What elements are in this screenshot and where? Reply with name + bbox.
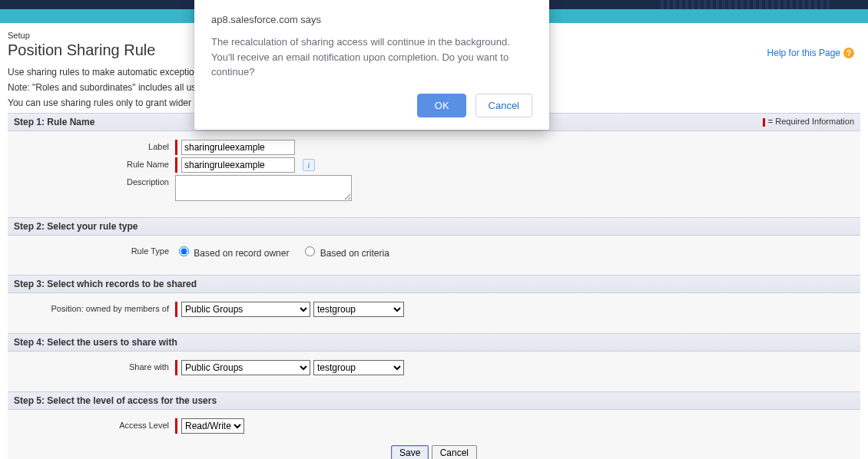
required-bar-icon [763, 118, 765, 127]
help-for-page-link[interactable]: Help for this Page ? [767, 48, 854, 58]
owned-by-group-select[interactable]: testgroup [313, 302, 404, 317]
step4-header: Step 4: Select the users to share with [8, 333, 860, 352]
rulename-field-label: Rule Name [14, 157, 175, 169]
required-bar-icon [175, 302, 177, 317]
owned-by-type-select[interactable]: Public Groups [181, 302, 310, 317]
required-bar-icon [175, 140, 177, 155]
help-icon: ? [843, 48, 854, 58]
dialog-message: The recalculation of sharing access will… [211, 35, 532, 80]
required-bar-icon [175, 360, 177, 375]
share-with-label: Share with [14, 360, 175, 371]
required-bar-icon [175, 418, 177, 434]
label-field-label: Label [14, 140, 175, 151]
step4-title: Step 4: Select the users to share with [14, 337, 177, 348]
step5-header: Step 5: Select the level of access for t… [8, 391, 860, 410]
dialog-origin: ap8.salesforce.com says [211, 14, 532, 25]
dialog-ok-button[interactable]: OK [417, 94, 466, 117]
step3-title: Step 3: Select which records to be share… [14, 279, 197, 289]
save-button[interactable]: Save [391, 445, 429, 459]
required-bar-icon [175, 157, 177, 173]
description-field-label: Description [14, 175, 175, 187]
rulename-input[interactable] [181, 157, 295, 173]
owned-by-label: Position: owned by members of [14, 302, 175, 313]
dialog-cancel-button[interactable]: Cancel [475, 94, 532, 117]
description-textarea[interactable] [175, 175, 352, 201]
step1-body: Label Rule Name i Description [8, 131, 860, 217]
step1-title: Step 1: Rule Name [14, 117, 94, 127]
required-legend: = Required Information [763, 117, 854, 127]
step3-body: Position: owned by members of Public Gro… [8, 293, 860, 333]
access-level-label: Access Level [14, 418, 175, 430]
step2-header: Step 2: Select your rule type [8, 217, 860, 236]
label-input[interactable] [181, 140, 295, 155]
cancel-button[interactable]: Cancel [432, 445, 477, 459]
help-link-label: Help for this Page [767, 48, 840, 58]
step3-header: Step 3: Select which records to be share… [8, 275, 860, 293]
share-with-type-select[interactable]: Public Groups [181, 360, 310, 375]
ruletype-criteria-radio[interactable] [305, 246, 315, 256]
ruletype-field-label: Rule Type [14, 244, 175, 256]
access-level-select[interactable]: Read/Write [181, 418, 244, 434]
ruletype-criteria-option[interactable]: Based on criteria [301, 244, 389, 259]
step2-body: Rule Type Based on record owner Based on… [8, 236, 860, 275]
info-icon[interactable]: i [303, 159, 315, 171]
ruletype-owner-radio[interactable] [179, 246, 189, 256]
step5-body: Access Level Read/Write Save Cancel [8, 410, 860, 459]
confirm-dialog: ap8.salesforce.com says The recalculatio… [194, 0, 549, 130]
step5-title: Step 5: Select the level of access for t… [14, 395, 217, 406]
step4-body: Share with Public Groups testgroup [8, 352, 860, 391]
share-with-group-select[interactable]: testgroup [313, 360, 404, 375]
step2-title: Step 2: Select your rule type [14, 221, 137, 232]
ruletype-owner-option[interactable]: Based on record owner [175, 244, 289, 259]
